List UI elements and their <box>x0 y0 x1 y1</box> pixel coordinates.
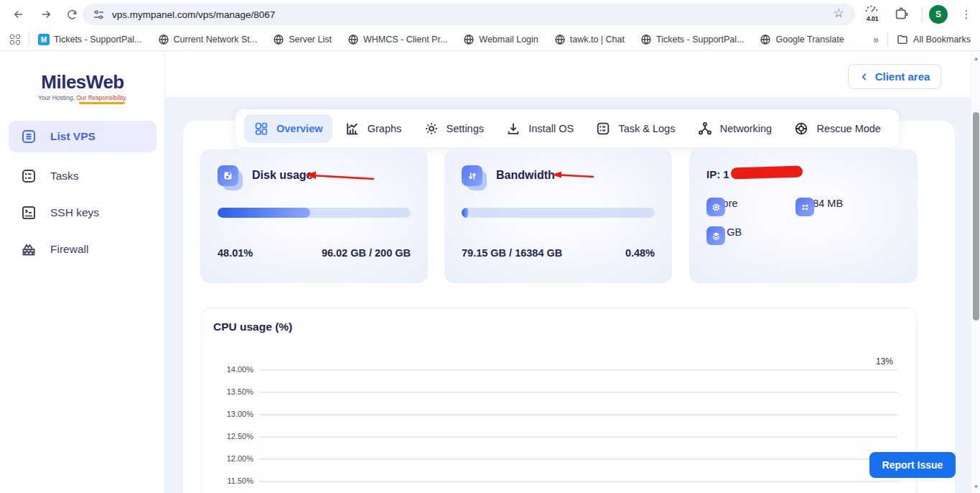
tab-settings[interactable]: Settings <box>414 114 493 143</box>
sidebar-item-firewall[interactable]: Firewall <box>9 234 157 265</box>
tab-overview[interactable]: Overview <box>244 114 332 143</box>
ram-icon <box>795 198 814 216</box>
browser-menu-icon[interactable]: ⋮ <box>958 6 975 23</box>
y-tick-label: 13.00% <box>223 410 253 418</box>
scroll-up-icon[interactable]: ▲ <box>971 55 980 62</box>
lifebuoy-icon <box>793 121 809 137</box>
site-info-icon[interactable] <box>93 9 105 21</box>
bandwidth-card-title: Bandwidth <box>496 169 555 182</box>
sidebar: MilesWeb Your Hosting, Our Responsibilit… <box>0 51 165 493</box>
ram-spec: 16384 MB <box>795 198 843 209</box>
bookmark-item[interactable]: Google Translate <box>760 34 844 45</box>
bookmark-item[interactable]: M Tickets - SupportPal... <box>38 34 142 45</box>
speed-extension-badge: 4.01 <box>864 14 881 23</box>
overview-grid-icon <box>253 121 269 137</box>
storage-spec: 200 GB <box>706 226 742 238</box>
speed-extension-icon[interactable]: 4.01 <box>864 3 886 26</box>
more-bookmarks-icon[interactable]: » <box>873 34 879 45</box>
cpu-chip-icon <box>706 198 725 216</box>
tab-networking[interactable]: Networking <box>688 114 782 143</box>
url-text[interactable]: vps.mympanel.com/vps/manage/8067 <box>112 9 275 20</box>
y-tick-label: 14.00% <box>223 365 253 374</box>
chart-grid-row: 13.50% <box>202 392 916 400</box>
extensions-icon[interactable] <box>895 6 910 21</box>
bookmark-item[interactable]: WHMCS - Client Pr... <box>347 34 447 45</box>
tab-task-logs[interactable]: Task & Logs <box>586 114 684 143</box>
bookmarks-bar: M Tickets - SupportPal... Current Networ… <box>0 29 980 51</box>
bookmark-item[interactable]: Tickets - SupportPal... <box>640 34 745 45</box>
firewall-icon <box>20 241 37 258</box>
disk-icon <box>218 165 238 186</box>
bookmark-item[interactable]: tawk.to | Chat <box>554 34 625 45</box>
chart-grid-row: 14.00% <box>202 369 916 378</box>
profile-avatar[interactable]: S <box>929 5 948 24</box>
back-icon[interactable] <box>10 6 27 23</box>
bandwidth-icon <box>462 165 482 186</box>
gridline <box>259 392 897 393</box>
globe-favicon <box>760 34 771 45</box>
client-area-button[interactable]: Client area <box>848 64 941 89</box>
server-info-card: IP: 1 4 Core 16384 MB 200 GB <box>689 149 918 283</box>
bookmark-item[interactable]: Webmail Login <box>463 34 538 45</box>
forward-icon[interactable] <box>37 6 55 23</box>
page-scrollbar[interactable]: ▲ ▼ <box>971 51 980 493</box>
chevron-left-icon <box>859 72 869 82</box>
bandwidth-percent: 0.48% <box>625 247 655 259</box>
tab-graphs[interactable]: Graphs <box>335 114 411 143</box>
chart-title: CPU usage (%) <box>213 321 292 333</box>
disk-progress-bar <box>218 208 411 218</box>
sidebar-item-label: Tasks <box>50 170 79 183</box>
scroll-down-icon[interactable]: ▼ <box>971 484 980 490</box>
disk-progress-fill <box>218 208 310 218</box>
tab-rescue-mode[interactable]: Rescue Mode <box>784 114 890 143</box>
tab-label: Networking <box>720 123 773 134</box>
sidebar-item-ssh-keys[interactable]: SSH keys <box>9 197 157 229</box>
sidebar-item-list-vps[interactable]: List VPS <box>9 121 157 152</box>
disk-usage-card: Disk usage 48.01% 96.02 GB / 200 GB <box>200 149 428 283</box>
graphs-icon <box>345 121 360 137</box>
disk-usage-value: 96.02 GB / 200 GB <box>322 247 411 259</box>
disk-percent: 48.01% <box>218 247 253 259</box>
all-bookmarks-label: All Bookmarks <box>913 34 971 45</box>
bookmark-label: tawk.to | Chat <box>570 34 625 45</box>
storage-layers-icon <box>706 226 725 245</box>
tab-install-os[interactable]: Install OS <box>496 114 583 143</box>
bookmark-label: Server List <box>289 34 332 45</box>
chart-grid-row: 11.50% <box>202 481 916 489</box>
tab-label: Task & Logs <box>618 123 675 134</box>
bookmark-item[interactable]: Current Network St... <box>158 34 258 45</box>
cpu-spec: 4 Core <box>706 198 738 209</box>
task-logs-icon <box>595 121 611 137</box>
download-icon <box>505 121 521 137</box>
report-issue-button[interactable]: Report Issue <box>869 452 956 478</box>
browser-toolbar: vps.mympanel.com/vps/manage/8067 ☆ 4.01 … <box>0 0 980 29</box>
globe-favicon <box>347 34 359 45</box>
chart-last-value-label: 13% <box>876 356 893 367</box>
sidebar-item-label: List VPS <box>50 130 95 143</box>
bookmark-label: Google Translate <box>775 34 844 45</box>
tasks-icon <box>20 167 37 185</box>
y-tick-label: 12.00% <box>223 454 253 463</box>
gear-icon <box>424 121 439 137</box>
globe-favicon <box>554 34 566 45</box>
reload-icon[interactable] <box>63 6 80 23</box>
sidebar-item-tasks[interactable]: Tasks <box>9 160 157 192</box>
bandwidth-progress-bar <box>462 208 655 218</box>
tab-label: Rescue Mode <box>816 123 880 134</box>
y-tick-label: 13.50% <box>223 387 253 396</box>
brand-logo[interactable]: MilesWeb <box>0 71 165 93</box>
all-bookmarks-button[interactable]: All Bookmarks <box>897 34 971 45</box>
address-bar[interactable]: vps.mympanel.com/vps/manage/8067 <box>83 4 855 25</box>
ip-redaction <box>731 166 803 180</box>
client-area-label: Client area <box>875 70 930 83</box>
y-tick-label: 11.50% <box>223 476 253 485</box>
bandwidth-progress-fill <box>462 208 468 218</box>
bookmark-label: Tickets - SupportPal... <box>54 34 142 45</box>
page-header: Client area <box>165 51 971 97</box>
scrollbar-thumb[interactable] <box>973 112 979 321</box>
bookmark-item[interactable]: Server List <box>273 34 332 45</box>
apps-grid-icon[interactable] <box>10 34 20 45</box>
network-nodes-icon <box>697 121 713 137</box>
browser-window: vps.mympanel.com/vps/manage/8067 ☆ 4.01 … <box>0 0 980 493</box>
bookmark-star-icon[interactable]: ☆ <box>830 5 847 22</box>
